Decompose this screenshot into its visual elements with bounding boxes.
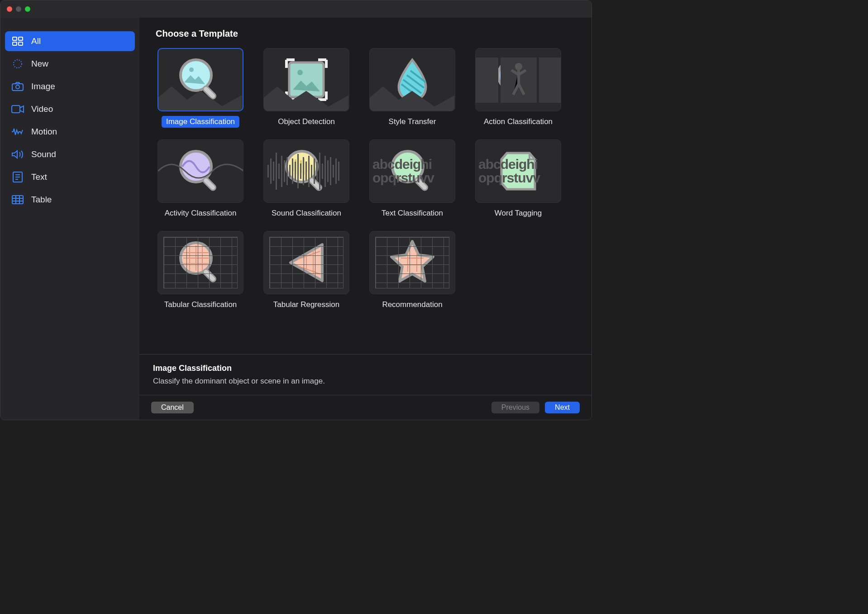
- sidebar: All New Image: [0, 18, 139, 420]
- footer: Cancel Previous Next: [139, 395, 591, 420]
- svg-point-25: [515, 63, 522, 70]
- svg-rect-1: [19, 37, 23, 40]
- template-label: Tabular Classification: [160, 299, 242, 311]
- template-sound-classification[interactable]: Sound Classification: [259, 139, 354, 219]
- template-label: Text Classification: [377, 207, 448, 219]
- zoom-window-button[interactable]: [25, 6, 30, 12]
- template-label: Tabular Regression: [269, 299, 344, 311]
- sidebar-item-table[interactable]: Table: [5, 190, 135, 210]
- svg-point-21: [297, 70, 303, 75]
- template-label: Object Detection: [273, 116, 339, 128]
- template-tile: abcdeighiopqrstuvv: [475, 139, 561, 203]
- template-chooser-window: All New Image: [0, 0, 592, 420]
- template-label: Style Transfer: [384, 116, 441, 128]
- template-label: Action Classification: [479, 116, 557, 128]
- svg-point-6: [16, 85, 19, 89]
- sidebar-item-text[interactable]: Text: [5, 167, 135, 187]
- video-icon: [11, 104, 24, 115]
- template-tile: [263, 48, 349, 111]
- sidebar-item-label: Image: [31, 82, 55, 91]
- text-icon: [11, 172, 24, 182]
- template-label: Image Classification: [162, 116, 239, 128]
- page-title: Choose a Template: [156, 18, 591, 43]
- template-word-tagging[interactable]: abcdeighiopqrstuvv Word Tagging: [471, 139, 566, 219]
- template-tile: [263, 139, 349, 203]
- template-tile: [157, 48, 243, 111]
- detail-description: Classify the dominant object or scene in…: [153, 377, 578, 386]
- text-bg-icon: abcdeighiopqrstuvv: [476, 140, 561, 202]
- sound-bg-icon: [267, 140, 345, 202]
- template-tile: abcdeighiopqrstuvv: [369, 139, 455, 203]
- window-body: All New Image: [0, 18, 591, 420]
- minimize-window-button[interactable]: [16, 6, 21, 12]
- template-tile: [263, 231, 349, 294]
- motion-icon: [11, 126, 24, 137]
- table-bg-icon: [375, 237, 449, 288]
- template-label: Sound Classification: [267, 207, 346, 219]
- template-tile: [475, 48, 561, 111]
- titlebar: [0, 0, 591, 18]
- svg-point-4: [14, 60, 22, 68]
- sidebar-item-all[interactable]: All: [5, 31, 135, 51]
- text-bg-icon: abcdeighiopqrstuvv: [370, 140, 455, 202]
- cancel-button[interactable]: Cancel: [151, 402, 194, 413]
- sidebar-item-label: All: [31, 36, 41, 46]
- template-object-detection[interactable]: Object Detection: [259, 48, 354, 128]
- svg-rect-22: [476, 58, 498, 103]
- template-tile: [157, 231, 243, 294]
- sparkle-icon: [11, 58, 24, 69]
- template-image-classification[interactable]: Image Classification: [153, 48, 248, 128]
- sidebar-item-motion[interactable]: Motion: [5, 122, 135, 142]
- svg-rect-7: [12, 106, 20, 113]
- template-tile: [369, 231, 455, 294]
- sidebar-item-label: Video: [31, 104, 53, 114]
- template-tabular-classification[interactable]: Tabular Classification: [153, 231, 248, 311]
- template-style-transfer[interactable]: Style Transfer: [365, 48, 460, 128]
- previous-button[interactable]: Previous: [491, 402, 539, 413]
- template-grid-scroll[interactable]: Image Classification: [139, 43, 591, 354]
- table-bg-icon: [163, 237, 238, 288]
- svg-rect-3: [19, 42, 23, 45]
- template-tile: [157, 139, 243, 203]
- template-recommendation[interactable]: Recommendation: [365, 231, 460, 311]
- detail-panel: Image Classification Classify the domina…: [139, 354, 591, 395]
- template-activity-classification[interactable]: Activity Classification: [153, 139, 248, 219]
- template-tile: [369, 48, 455, 111]
- close-window-button[interactable]: [7, 6, 12, 12]
- svg-rect-0: [13, 37, 17, 40]
- template-label: Recommendation: [377, 299, 447, 311]
- svg-rect-2: [13, 42, 17, 45]
- template-label: Activity Classification: [160, 207, 241, 219]
- camera-icon: [11, 81, 24, 92]
- sidebar-item-video[interactable]: Video: [5, 99, 135, 119]
- table-icon: [11, 194, 24, 205]
- template-grid: Image Classification: [153, 48, 578, 311]
- svg-point-18: [189, 67, 194, 72]
- sidebar-item-new[interactable]: New: [5, 54, 135, 74]
- sound-icon: [11, 149, 24, 160]
- sidebar-item-label: New: [31, 59, 48, 69]
- table-bg-icon: [269, 237, 343, 288]
- template-text-classification[interactable]: abcdeighiopqrstuvv Text Classification: [365, 139, 460, 219]
- template-label: Word Tagging: [490, 207, 546, 219]
- sidebar-item-label: Motion: [31, 127, 57, 137]
- svg-rect-23: [539, 58, 561, 103]
- detail-title: Image Classification: [153, 364, 578, 373]
- next-button[interactable]: Next: [545, 402, 580, 413]
- sidebar-item-image[interactable]: Image: [5, 77, 135, 96]
- template-tabular-regression[interactable]: Tabular Regression: [259, 231, 354, 311]
- grid-icon: [11, 36, 24, 47]
- action-bg-icon: [476, 48, 561, 111]
- sidebar-item-label: Text: [31, 172, 47, 182]
- sidebar-item-label: Table: [31, 195, 52, 205]
- main-panel: Choose a Template: [139, 18, 591, 420]
- svg-rect-12: [12, 196, 23, 204]
- sidebar-item-label: Sound: [31, 149, 56, 159]
- sidebar-item-sound[interactable]: Sound: [5, 144, 135, 164]
- template-action-classification[interactable]: Action Classification: [471, 48, 566, 128]
